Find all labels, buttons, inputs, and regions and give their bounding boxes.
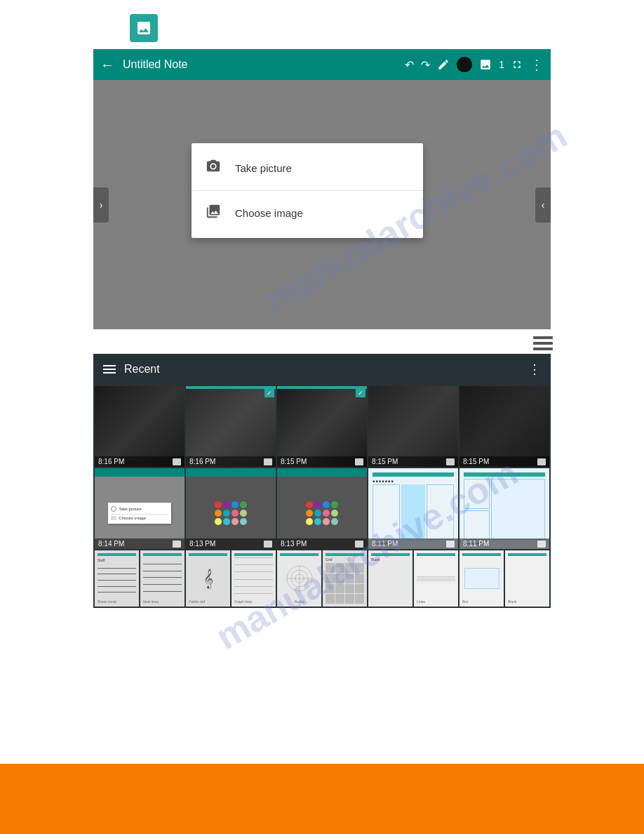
gallery-meta: 8:14 PM xyxy=(95,538,185,549)
gallery-item[interactable]: ✓ 8:16 PM xyxy=(186,386,276,467)
gallery-meta: 8:16 PM xyxy=(95,456,185,467)
gallery-item[interactable]: 𝄞 Treble clef xyxy=(186,550,230,607)
back-button[interactable]: ← xyxy=(100,57,114,73)
menu-line-3 xyxy=(533,348,553,350)
gallery-type-icon xyxy=(537,458,546,465)
next-page-button[interactable]: ‹ xyxy=(535,187,551,223)
more-options-button[interactable]: ⋮ xyxy=(530,56,544,73)
gallery-type-icon xyxy=(173,541,181,548)
gallery-item[interactable]: ■ ■ ■ ■ ■ ■ ■ text content 8:11 PM xyxy=(368,468,458,549)
hamburger-menu-button[interactable] xyxy=(103,365,116,373)
gallery-meta: 8:13 PM xyxy=(277,538,367,549)
gallery-item[interactable]: 8:15 PM xyxy=(368,386,458,467)
camera-icon xyxy=(206,159,221,178)
gallery-item[interactable]: Blank xyxy=(368,550,412,607)
gallery-meta: 8:13 PM xyxy=(186,538,276,549)
gallery-time: 8:13 PM xyxy=(281,540,307,548)
gallery-type-icon xyxy=(355,458,363,465)
gallery-row-1: 8:16 PM ✓ 8:16 PM ✓ 8:15 PM xyxy=(93,385,551,467)
gallery-item[interactable]: Take picture Choose image 8:14 PM xyxy=(95,468,185,549)
take-picture-option[interactable]: Take picture xyxy=(192,149,423,187)
gallery-meta: 8:11 PM xyxy=(368,538,458,549)
page-number: 1 xyxy=(499,59,504,70)
take-picture-label: Take picture xyxy=(235,162,292,174)
gallery-meta: 8:15 PM xyxy=(459,456,549,467)
prev-page-button[interactable]: › xyxy=(93,187,109,223)
hamburger-line-2 xyxy=(103,369,116,370)
gallery-icon xyxy=(206,204,221,223)
gallery-item[interactable]: Radial xyxy=(277,550,321,607)
pen-button[interactable] xyxy=(437,58,450,71)
gallery-item[interactable]: 8:13 PM xyxy=(277,468,367,549)
choose-image-label: Choose image xyxy=(235,207,303,219)
gallery-time: 8:11 PM xyxy=(463,540,489,548)
gallery-time: 8:11 PM xyxy=(372,540,398,548)
gallery-meta: 8:11 PM xyxy=(459,538,549,549)
gallery-item[interactable]: 8:13 PM xyxy=(186,468,276,549)
gallery-item[interactable]: Blank xyxy=(505,550,549,607)
note-toolbar: ← Untitled Note ↶ ↷ 1 ⋮ xyxy=(93,49,551,80)
gallery-item[interactable]: Box xyxy=(459,550,504,607)
gallery-time: 8:16 PM xyxy=(189,458,215,465)
gallery-item[interactable]: Lines xyxy=(414,550,458,607)
gallery-type-icon xyxy=(446,458,455,465)
teal-strip xyxy=(277,386,367,389)
gallery-row-3: Staff Sheet music xyxy=(93,549,551,608)
note-title: Untitled Note xyxy=(123,58,399,71)
gallery-row-2: Take picture Choose image 8:14 PM xyxy=(93,467,551,549)
more-options-recent-button[interactable]: ⋮ xyxy=(528,362,541,377)
gallery-item[interactable]: ✓ 8:15 PM xyxy=(277,386,367,467)
gallery-item[interactable]: 8:15 PM xyxy=(459,386,549,467)
gallery-type-icon xyxy=(446,541,455,548)
gallery-item[interactable]: Graph lines xyxy=(232,550,276,607)
between-area xyxy=(0,329,644,354)
menu-line-1 xyxy=(533,336,553,339)
gallery-time: 8:13 PM xyxy=(189,540,215,548)
hamburger-line-3 xyxy=(103,372,116,373)
gallery-type-icon xyxy=(355,541,363,548)
context-menu: Take picture Choose image xyxy=(192,143,423,238)
gallery-type-icon xyxy=(173,458,181,465)
top-icon-area xyxy=(0,0,644,49)
image-icon-badge xyxy=(130,14,158,42)
gallery-item[interactable]: diagram content 8:11 PM xyxy=(459,468,549,549)
image-icon xyxy=(135,20,152,37)
gallery-time: 8:15 PM xyxy=(281,458,307,465)
redo-button[interactable]: ↷ xyxy=(421,58,430,72)
bottom-bar xyxy=(0,764,644,834)
gallery-item[interactable]: Staff Sheet music xyxy=(95,550,139,607)
menu-icon[interactable] xyxy=(533,336,553,350)
choose-image-option[interactable]: Choose image xyxy=(192,194,423,232)
insert-image-button[interactable] xyxy=(479,58,492,71)
gallery-item[interactable]: Note lines xyxy=(140,550,185,607)
gallery-time: 8:14 PM xyxy=(98,540,124,548)
menu-line-2 xyxy=(533,342,553,345)
gallery-time: 8:15 PM xyxy=(463,458,489,465)
recent-title: Recent xyxy=(124,363,520,376)
toolbar-icons: ↶ ↷ 1 ⋮ xyxy=(405,56,544,73)
hamburger-line-1 xyxy=(103,365,116,366)
gallery-type-icon xyxy=(264,541,272,548)
gallery-meta: 8:16 PM xyxy=(186,456,276,467)
screenshot-recent: Recent ⋮ 8:16 PM ✓ 8:16 PM ✓ xyxy=(93,354,551,608)
gallery-item[interactable]: 8:16 PM xyxy=(95,386,185,467)
undo-button[interactable]: ↶ xyxy=(405,58,414,72)
gallery-time: 8:16 PM xyxy=(98,458,124,465)
teal-strip xyxy=(186,386,276,389)
note-body: › Take picture Choose image ‹ xyxy=(93,80,551,329)
gallery-time: 8:15 PM xyxy=(372,458,398,465)
gallery-meta: 8:15 PM xyxy=(277,456,367,467)
gallery-type-icon xyxy=(264,458,272,465)
gallery-type-icon xyxy=(537,541,546,548)
gallery-meta: 8:15 PM xyxy=(368,456,458,467)
menu-divider xyxy=(192,190,423,191)
recent-toolbar: Recent ⋮ xyxy=(93,354,551,385)
screenshot-note-app: ← Untitled Note ↶ ↷ 1 ⋮ › xyxy=(93,49,551,329)
gallery-item[interactable]: Grid xyxy=(323,550,367,607)
expand-button[interactable] xyxy=(511,59,523,70)
color-circle[interactable] xyxy=(457,57,472,72)
